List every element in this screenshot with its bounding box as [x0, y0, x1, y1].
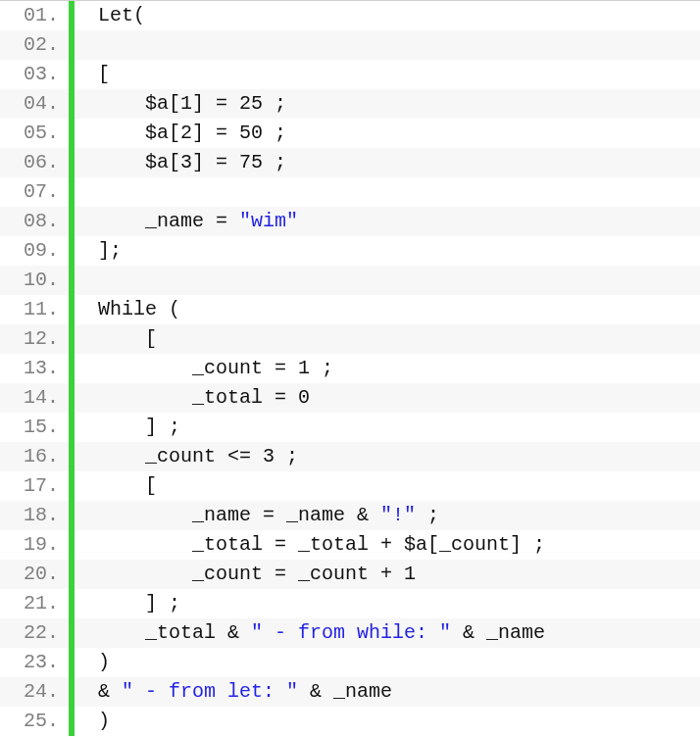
- code-content[interactable]: [: [75, 60, 700, 89]
- line-number: 05.: [0, 119, 69, 148]
- code-line[interactable]: 22. _total & " - from while: " & _name: [0, 618, 700, 648]
- code-token: [: [98, 63, 110, 85]
- code-token: Let(: [98, 4, 145, 26]
- code-content[interactable]: _total & " - from while: " & _name: [75, 618, 700, 648]
- indent: [98, 151, 145, 173]
- indent: [98, 504, 192, 526]
- code-content[interactable]: & " - from let: " & _name: [75, 677, 700, 707]
- indent: [98, 92, 145, 115]
- code-content[interactable]: [75, 266, 700, 295]
- code-line[interactable]: 20. _count = _count + 1: [0, 560, 700, 589]
- code-content[interactable]: _count = _count + 1: [75, 560, 700, 589]
- line-number: 14.: [0, 383, 69, 413]
- code-content[interactable]: $a[2] = 50 ;: [75, 119, 700, 148]
- line-number: 19.: [0, 530, 69, 560]
- code-line[interactable]: 17. [: [0, 471, 700, 501]
- line-number: 12.: [0, 324, 69, 354]
- code-line[interactable]: 06. $a[3] = 75 ;: [0, 148, 700, 177]
- code-content[interactable]: [: [75, 471, 700, 501]
- code-line[interactable]: 09.];: [0, 236, 700, 266]
- indent: [98, 445, 145, 467]
- code-content[interactable]: _total = _total + $a[_count] ;: [75, 530, 700, 560]
- indent: [98, 386, 192, 409]
- line-number: 02.: [0, 30, 69, 60]
- code-line[interactable]: 19. _total = _total + $a[_count] ;: [0, 530, 700, 560]
- code-token: & _name: [298, 680, 392, 703]
- code-token: ] ;: [145, 416, 180, 438]
- line-number: 22.: [0, 618, 69, 648]
- code-line[interactable]: 04. $a[1] = 25 ;: [0, 89, 700, 119]
- code-content[interactable]: [75, 177, 700, 207]
- code-content[interactable]: ): [75, 648, 700, 677]
- line-number: 04.: [0, 89, 69, 119]
- code-token: [: [145, 327, 157, 350]
- code-token: $a[2] = 50 ;: [145, 122, 286, 144]
- code-content[interactable]: _count <= 3 ;: [75, 442, 700, 471]
- string-literal: " - from while: ": [251, 621, 451, 644]
- line-number: 24.: [0, 677, 69, 707]
- code-line[interactable]: 15. ] ;: [0, 413, 700, 442]
- indent: [98, 416, 145, 438]
- code-content[interactable]: ];: [75, 236, 700, 266]
- code-token: _name = _name &: [192, 504, 380, 526]
- code-line[interactable]: 02.: [0, 30, 700, 60]
- code-content[interactable]: [75, 30, 700, 60]
- code-line[interactable]: 16. _count <= 3 ;: [0, 442, 700, 471]
- code-token: ): [98, 710, 110, 732]
- code-line[interactable]: 13. _count = 1 ;: [0, 354, 700, 383]
- line-number: 21.: [0, 589, 69, 618]
- code-token: $a[1] = 25 ;: [145, 92, 286, 115]
- code-token: $a[3] = 75 ;: [145, 151, 286, 173]
- code-line[interactable]: 14. _total = 0: [0, 383, 700, 413]
- code-content[interactable]: $a[1] = 25 ;: [75, 89, 700, 119]
- code-line[interactable]: 05. $a[2] = 50 ;: [0, 119, 700, 148]
- line-number: 20.: [0, 560, 69, 589]
- code-line[interactable]: 21. ] ;: [0, 589, 700, 618]
- code-line[interactable]: 10.: [0, 266, 700, 295]
- line-number: 01.: [0, 1, 69, 30]
- code-editor[interactable]: 01.Let(02.03.[04. $a[1] = 25 ;05. $a[2] …: [0, 0, 700, 736]
- code-content[interactable]: While (: [75, 295, 700, 324]
- code-line[interactable]: 03.[: [0, 60, 700, 89]
- code-content[interactable]: _total = 0: [75, 383, 700, 413]
- code-content[interactable]: Let(: [75, 1, 700, 30]
- code-token: ];: [98, 239, 122, 262]
- code-token: ): [98, 651, 110, 673]
- line-number: 08.: [0, 207, 69, 236]
- code-token: _count = 1 ;: [192, 357, 333, 379]
- code-line[interactable]: 24.& " - from let: " & _name: [0, 677, 700, 707]
- code-line[interactable]: 11.While (: [0, 295, 700, 324]
- code-content[interactable]: _count = 1 ;: [75, 354, 700, 383]
- code-content[interactable]: [: [75, 324, 700, 354]
- code-line[interactable]: 23.): [0, 648, 700, 677]
- code-token: _total = _total + $a[_count] ;: [192, 533, 545, 556]
- code-token: _total &: [145, 621, 251, 644]
- indent: [98, 474, 145, 497]
- line-number: 09.: [0, 236, 69, 266]
- code-token: _total = 0: [192, 386, 310, 409]
- code-line[interactable]: 25.): [0, 707, 700, 736]
- indent: [98, 533, 192, 556]
- indent: [98, 327, 145, 350]
- code-line[interactable]: 01.Let(: [0, 1, 700, 30]
- line-number: 11.: [0, 295, 69, 324]
- indent: [98, 621, 145, 644]
- code-content[interactable]: $a[3] = 75 ;: [75, 148, 700, 177]
- line-number: 17.: [0, 471, 69, 501]
- line-number: 25.: [0, 707, 69, 736]
- string-literal: " - from let: ": [122, 680, 298, 703]
- code-token: While (: [98, 298, 180, 320]
- code-content[interactable]: _name = _name & "!" ;: [75, 501, 700, 530]
- code-token: &: [98, 680, 122, 703]
- code-line[interactable]: 07.: [0, 177, 700, 207]
- indent: [98, 592, 145, 614]
- code-content[interactable]: ] ;: [75, 589, 700, 618]
- line-number: 07.: [0, 177, 69, 207]
- code-line[interactable]: 12. [: [0, 324, 700, 354]
- line-number: 23.: [0, 648, 69, 677]
- code-line[interactable]: 08. _name = "wim": [0, 207, 700, 236]
- code-content[interactable]: _name = "wim": [75, 207, 700, 236]
- code-line[interactable]: 18. _name = _name & "!" ;: [0, 501, 700, 530]
- code-content[interactable]: ): [75, 707, 700, 736]
- code-content[interactable]: ] ;: [75, 413, 700, 442]
